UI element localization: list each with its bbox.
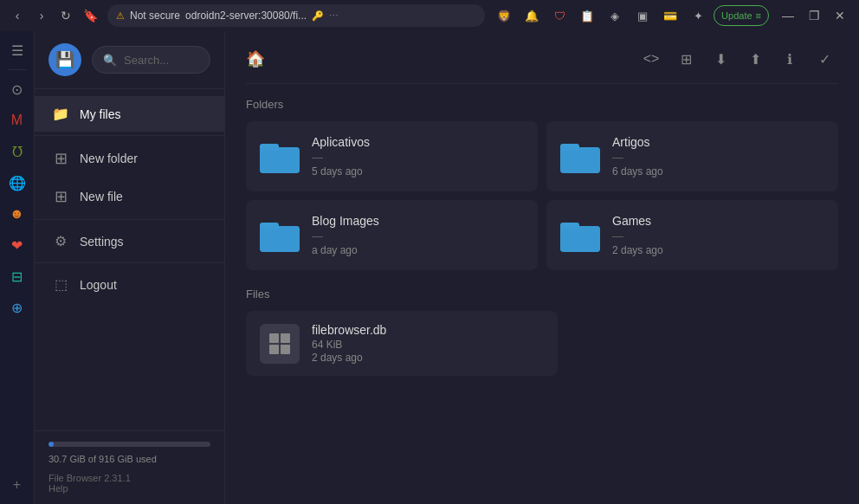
search-bar[interactable]: 🔍 Search...: [92, 46, 210, 74]
face-icon[interactable]: ☻: [5, 202, 29, 226]
new-folder-label: New folder: [80, 152, 138, 165]
folder-date-aplicativos: 5 days ago: [312, 165, 370, 178]
logo-icon: 💾: [55, 50, 74, 69]
app-header: 💾 🔍 Search...: [35, 31, 224, 89]
folder-dash-aplicativos: —: [312, 151, 370, 164]
home-icon[interactable]: 🏠: [246, 49, 265, 68]
svg-rect-2: [260, 147, 300, 173]
info-button[interactable]: ℹ: [776, 45, 804, 73]
mail-icon[interactable]: M: [5, 108, 29, 132]
sidebar-btn[interactable]: ▣: [630, 3, 655, 28]
nav-menu: 📁 My files ⊞ New folder ⊞ New file ⚙ Set…: [35, 89, 224, 430]
folder-card-artigos[interactable]: Artigos — 6 days ago: [546, 121, 838, 191]
grid-view-button[interactable]: ⊞: [672, 45, 700, 73]
new-file-icon: ⊞: [52, 187, 69, 206]
folder-date-blog-images: a day ago: [312, 244, 379, 256]
folder-name-blog-images: Blog Images: [312, 214, 379, 228]
folder-card-aplicativos[interactable]: Aplicativos — 5 days ago: [246, 121, 538, 191]
help-link[interactable]: Help: [48, 483, 210, 494]
url-text: odroidn2-server:30080/fi...: [185, 10, 307, 22]
sidebar-item-settings[interactable]: ⚙ Settings: [35, 223, 224, 259]
sidebar-toggle-icon[interactable]: ☰: [5, 38, 29, 62]
blue-circle-icon[interactable]: ⊕: [5, 295, 29, 320]
browser-chrome: ‹ › ↻ 🔖 ⚠ Not secure odroidn2-server:300…: [0, 0, 859, 31]
folder-info-games: Games — 2 days ago: [612, 214, 663, 256]
check-button[interactable]: ✓: [811, 45, 838, 73]
folder-dash-blog-images: —: [312, 229, 379, 242]
close-button[interactable]: ✕: [828, 3, 852, 28]
folder-icon-artigos: [560, 139, 600, 175]
folder-icon-games: [560, 217, 600, 254]
browser-top-bar: ‹ › ↻ 🔖 ⚠ Not secure odroidn2-server:300…: [0, 0, 859, 31]
reload-button[interactable]: ↻: [55, 5, 76, 26]
security-label: Not secure: [130, 10, 180, 22]
folder-name-games: Games: [612, 214, 663, 228]
breadcrumb: 🏠: [246, 49, 265, 68]
svg-rect-11: [560, 226, 600, 252]
folder-card-games[interactable]: Games — 2 days ago: [546, 200, 838, 270]
globe-icon[interactable]: 🌐: [5, 171, 29, 195]
filter-icon[interactable]: ⊟: [5, 264, 29, 288]
logout-icon: ⬚: [52, 276, 69, 293]
back-button[interactable]: ‹: [7, 5, 28, 26]
new-folder-icon: ⊞: [52, 149, 69, 168]
share-icon: ⋯: [329, 10, 339, 22]
folder-svg-games: [560, 219, 600, 252]
search-placeholder: Search...: [124, 54, 169, 67]
logout-label: Logout: [80, 278, 117, 292]
heart-icon[interactable]: ❤: [5, 233, 29, 257]
nav-separator-3: [35, 262, 224, 263]
files-section-label: Files: [246, 288, 838, 300]
address-bar[interactable]: ⚠ Not secure odroidn2-server:30080/fi...…: [107, 4, 485, 27]
file-info-filebrowser-db: filebrowser.db 64 KiB 2 days ago: [312, 323, 386, 364]
file-card-filebrowser-db[interactable]: filebrowser.db 64 KiB 2 days ago: [246, 311, 558, 376]
file-name-filebrowser-db: filebrowser.db: [312, 323, 386, 337]
menu-icon: ≡: [756, 10, 761, 21]
upwork-icon[interactable]: Ʊ: [5, 139, 29, 164]
folder-icon: 📁: [52, 106, 69, 122]
folder-info-artigos: Artigos — 6 days ago: [612, 135, 663, 178]
upload-button[interactable]: ⬆: [741, 45, 769, 73]
shield-icon[interactable]: 🛡: [547, 3, 572, 28]
file-icon-cell-2: [281, 333, 290, 343]
folder-card-blog-images[interactable]: Blog Images — a day ago: [246, 200, 538, 270]
sidebar-item-new-folder[interactable]: ⊞ New folder: [35, 139, 224, 178]
wallet-icon[interactable]: 💳: [658, 3, 682, 28]
notification-icon[interactable]: 🔔: [520, 3, 544, 28]
file-icon-filebrowser-db: [260, 324, 300, 364]
leo-icon[interactable]: ◈: [603, 3, 627, 28]
minimize-button[interactable]: —: [776, 3, 800, 28]
sidebar-item-my-files[interactable]: 📁 My files: [35, 96, 224, 132]
folder-dash-games: —: [612, 229, 663, 242]
forward-button[interactable]: ›: [31, 5, 52, 26]
sidebar-item-new-file[interactable]: ⊞ New file: [35, 178, 224, 216]
nav-separator-2: [35, 219, 224, 220]
brave-icon[interactable]: 🦁: [492, 3, 516, 28]
nav-separator-1: [35, 135, 224, 136]
folders-section-label: Folders: [246, 98, 838, 111]
version-text: File Browser 2.31.1: [48, 473, 210, 483]
update-button[interactable]: Update ≡: [714, 5, 769, 26]
settings-label: Settings: [80, 235, 124, 249]
file-icon-cell-1: [269, 333, 279, 343]
maximize-button[interactable]: ❐: [802, 3, 826, 28]
download-button[interactable]: ⬇: [707, 45, 734, 73]
app-sidebar: 💾 🔍 Search... 📁 My files ⊞ New folder ⊞ …: [35, 31, 225, 504]
bookmark-button[interactable]: 🔖: [80, 5, 100, 26]
ai-icon[interactable]: ✦: [686, 3, 710, 28]
window-controls: — ❐ ✕: [776, 3, 852, 28]
folder-name-artigos: Artigos: [612, 135, 663, 149]
sidebar-item-logout[interactable]: ⬚ Logout: [35, 267, 224, 302]
my-files-label: My files: [80, 107, 120, 121]
folder-info-blog-images: Blog Images — a day ago: [312, 214, 379, 256]
settings-icon: ⚙: [52, 233, 69, 249]
storage-bar-container: 30.7 GiB of 916 GiB used: [48, 442, 210, 466]
add-extension-icon[interactable]: +: [5, 473, 29, 497]
history-icon[interactable]: 📋: [575, 3, 599, 28]
browser-action-buttons: 🦁 🔔 🛡 📋 ◈ ▣ 💳 ✦ Update ≡ — ❐ ✕: [492, 3, 852, 28]
divider-line: [246, 83, 838, 84]
code-view-button[interactable]: <>: [637, 45, 665, 73]
update-label: Update: [721, 10, 752, 21]
storage-text: 30.7 GiB of 916 GiB used: [48, 454, 157, 464]
github-icon[interactable]: ⊙: [5, 77, 29, 101]
